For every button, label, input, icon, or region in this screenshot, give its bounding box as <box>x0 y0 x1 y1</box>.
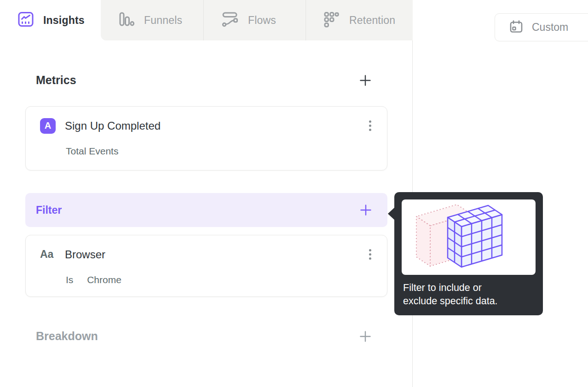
filter-tooltip: Filter to include or exclude specific da… <box>394 192 543 315</box>
metric-aggregation[interactable]: Total Events <box>26 134 387 157</box>
add-breakdown-button[interactable] <box>359 330 372 343</box>
insights-icon <box>17 11 34 29</box>
filter-property-name: Browser <box>65 248 366 261</box>
insights-builder-screen: Insights Funnels <box>0 0 588 387</box>
filter-card-header: Aa Browser <box>26 235 387 262</box>
tooltip-text-line2: exclude specific data. <box>403 295 535 308</box>
tooltip-text-line1: Filter to include or <box>403 281 535 295</box>
metric-series-badge: A <box>40 118 56 134</box>
filter-card[interactable]: Aa Browser Is Chrome <box>25 235 387 297</box>
metric-card-header: A Sign Up Completed <box>26 107 387 134</box>
calendar-icon <box>509 19 524 36</box>
metric-card[interactable]: A Sign Up Completed Total Events <box>25 106 387 171</box>
flows-icon <box>221 11 239 29</box>
metric-event-name: Sign Up Completed <box>65 120 366 132</box>
custom-button-label: Custom <box>532 21 568 34</box>
isometric-filter-cubes-icon <box>414 203 524 272</box>
tooltip-arrow <box>388 207 395 221</box>
tab-flows[interactable]: Flows <box>203 0 306 40</box>
filter-operator[interactable]: Is <box>66 274 73 285</box>
filter-section-row[interactable]: Filter <box>25 193 387 227</box>
add-metric-button[interactable] <box>359 74 372 87</box>
tooltip-text: Filter to include or exclude specific da… <box>394 275 543 308</box>
funnels-icon <box>118 11 135 29</box>
metrics-title: Metrics <box>36 74 76 87</box>
filter-value[interactable]: Chrome <box>87 274 121 285</box>
breakdown-title: Breakdown <box>36 330 98 343</box>
breakdown-header: Breakdown <box>36 330 372 343</box>
date-range-custom-button[interactable]: Custom <box>495 13 588 41</box>
add-filter-button[interactable] <box>359 204 372 216</box>
tab-funnels[interactable]: Funnels <box>101 0 203 40</box>
query-builder-panel: Insights Funnels <box>0 0 413 387</box>
tab-insights[interactable]: Insights <box>0 0 101 40</box>
metrics-header: Metrics <box>36 74 372 87</box>
metric-overflow-menu-icon[interactable] <box>366 118 374 134</box>
tab-retention[interactable]: Retention <box>306 0 413 40</box>
tab-funnels-label: Funnels <box>144 14 182 27</box>
tab-flows-label: Flows <box>248 14 276 27</box>
report-tabbar: Insights Funnels <box>0 0 413 40</box>
filter-condition[interactable]: Is Chrome <box>26 262 387 285</box>
tooltip-illustration <box>402 199 536 275</box>
retention-icon <box>323 11 340 29</box>
string-property-icon: Aa <box>40 248 59 261</box>
filter-title: Filter <box>36 204 62 216</box>
filter-overflow-menu-icon[interactable] <box>366 246 374 262</box>
tab-retention-label: Retention <box>349 14 395 27</box>
tab-insights-label: Insights <box>43 14 85 27</box>
